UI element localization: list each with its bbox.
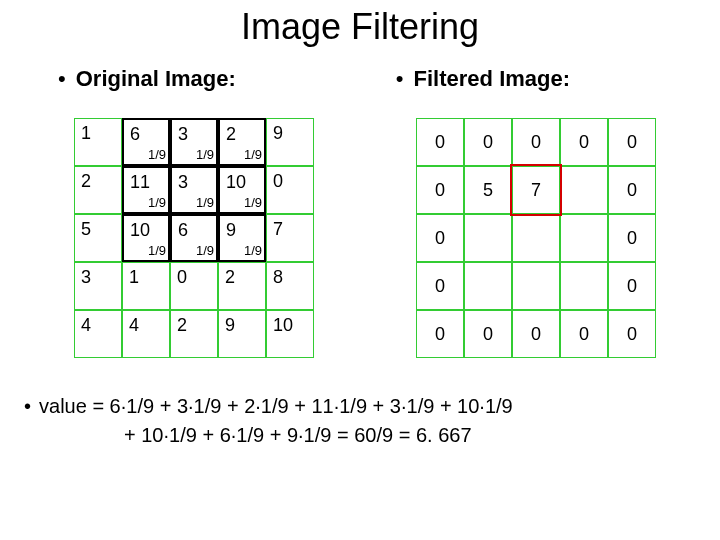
filtered-label: •Filtered Image: [396,66,570,92]
original-cell: 61/9 [170,214,218,262]
slide: Image Filtering •Original Image: •Filter… [0,0,720,540]
original-cell: 7 [266,214,314,262]
original-cell: 91/9 [218,214,266,262]
filtered-cell [512,214,560,262]
kernel-factor: 1/9 [196,147,214,162]
original-label: •Original Image: [58,66,236,92]
tables-row: 161/931/921/992111/931/9101/905101/961/9… [0,118,720,358]
original-cell: 3 [74,262,122,310]
filtered-cell: 0 [608,310,656,358]
kernel-factor: 1/9 [196,195,214,210]
filtered-cell: 0 [416,310,464,358]
filtered-cell [464,262,512,310]
kernel-factor: 1/9 [196,243,214,258]
filtered-grid: 000000570000000000 [416,118,656,358]
filtered-cell: 5 [464,166,512,214]
original-cell: 21/9 [218,118,266,166]
filtered-cell [560,262,608,310]
original-cell: 61/9 [122,118,170,166]
filtered-cell [512,262,560,310]
kernel-factor: 1/9 [148,195,166,210]
filtered-cell: 7 [512,166,560,214]
bullet-icon: • [58,66,66,91]
original-cell: 0 [266,166,314,214]
original-label-text: Original Image: [76,66,236,91]
filtered-cell [560,214,608,262]
original-cell: 9 [266,118,314,166]
section-labels: •Original Image: •Filtered Image: [0,66,720,92]
equation-text-1: value = 6·1/9 + 3·1/9 + 2·1/9 + 11·1/9 +… [39,395,513,417]
filtered-cell: 0 [608,166,656,214]
original-cell: 111/9 [122,166,170,214]
original-cell: 2 [74,166,122,214]
filtered-cell: 0 [416,166,464,214]
filtered-cell: 0 [560,118,608,166]
equation-line2: + 10·1/9 + 6·1/9 + 9·1/9 = 60/9 = 6. 667 [124,421,720,450]
filtered-cell: 0 [560,310,608,358]
original-cell: 1 [122,262,170,310]
kernel-factor: 1/9 [244,243,262,258]
filtered-cell: 0 [512,118,560,166]
filtered-cell: 0 [608,262,656,310]
filtered-cell [464,214,512,262]
kernel-factor: 1/9 [244,147,262,162]
filtered-label-text: Filtered Image: [414,66,570,91]
filtered-cell: 0 [608,214,656,262]
kernel-factor: 1/9 [148,147,166,162]
original-grid: 161/931/921/992111/931/9101/905101/961/9… [74,118,314,358]
original-cell: 0 [170,262,218,310]
bullet-icon: • [24,395,31,417]
original-cell: 10 [266,310,314,358]
filtered-cell: 0 [512,310,560,358]
original-cell: 4 [122,310,170,358]
original-cell: 2 [218,262,266,310]
filtered-cell: 0 [464,118,512,166]
filtered-cell [560,166,608,214]
slide-title: Image Filtering [0,0,720,48]
original-cell: 101/9 [122,214,170,262]
original-cell: 8 [266,262,314,310]
equation-line1: •value = 6·1/9 + 3·1/9 + 2·1/9 + 11·1/9 … [24,392,720,421]
filtered-cell: 0 [608,118,656,166]
original-cell: 101/9 [218,166,266,214]
filtered-cell: 0 [416,262,464,310]
filtered-cell: 0 [464,310,512,358]
original-cell: 2 [170,310,218,358]
original-cell: 31/9 [170,166,218,214]
original-cell: 5 [74,214,122,262]
kernel-factor: 1/9 [148,243,166,258]
original-cell: 1 [74,118,122,166]
filtered-cell: 0 [416,118,464,166]
equation: •value = 6·1/9 + 3·1/9 + 2·1/9 + 11·1/9 … [24,392,720,450]
filtered-cell: 0 [416,214,464,262]
original-cell: 4 [74,310,122,358]
kernel-factor: 1/9 [244,195,262,210]
bullet-icon: • [396,66,404,91]
original-cell: 31/9 [170,118,218,166]
original-cell: 9 [218,310,266,358]
